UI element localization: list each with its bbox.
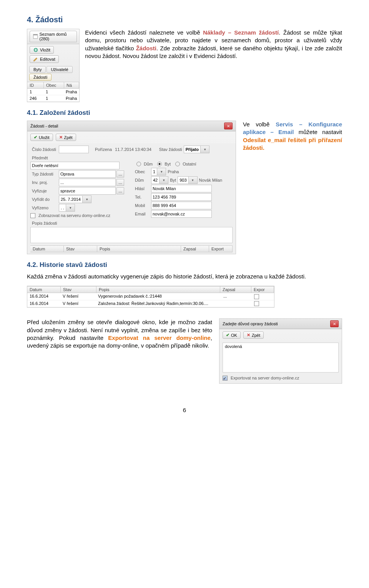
chevron-down-icon: ▾ <box>82 196 91 203</box>
dialog-title: Zadejte důvod opravy žádosti <box>223 321 278 326</box>
page-number: 6 <box>27 407 342 413</box>
export-checkbox[interactable]: ✓ <box>223 376 228 381</box>
paragraph-konfigurace: Ve volbě Servis – Konfigurace aplikace –… <box>243 121 342 152</box>
stav-dropdown[interactable]: Přijato▾ <box>184 146 209 153</box>
radio-byt[interactable] <box>157 162 162 166</box>
duvod-textarea[interactable]: dovolená <box>223 343 339 373</box>
email-input[interactable] <box>151 210 212 218</box>
vyrizuje-input[interactable] <box>59 187 116 195</box>
vlozit-button[interactable]: Vložit <box>30 46 54 54</box>
heading-zadosti: 4. Žádosti <box>27 15 342 24</box>
history-table: Datum Stav Popis Zapsal Expor 16.6.2014V… <box>27 286 274 308</box>
heading-zalozeni: 4.1. Založení žádosti <box>27 109 342 117</box>
table-row[interactable]: 11Praha <box>27 89 79 95</box>
vyridit-date[interactable]: 25. 7.2014▾ <box>59 195 91 203</box>
export-checkbox[interactable] <box>254 294 259 299</box>
radio-dum[interactable] <box>136 162 141 166</box>
paragraph-dialog: Před uložením změny se otevře dialogové … <box>27 318 212 349</box>
close-icon[interactable]: ✕ <box>330 320 339 327</box>
zobrazovat-checkbox[interactable] <box>30 213 35 218</box>
ulozit-button[interactable]: ✔Uložit <box>30 134 53 141</box>
zpet-button[interactable]: ✕Zpět <box>56 134 76 141</box>
tab-uzivatele[interactable]: Uživatelé <box>47 66 72 73</box>
tab-title: Seznam domů (280) <box>30 31 77 42</box>
window-title: Žádosti - detail <box>30 124 58 128</box>
radio-ostatni[interactable] <box>175 162 180 166</box>
close-icon[interactable]: ✕ <box>224 123 233 129</box>
tel-input[interactable] <box>151 193 212 201</box>
byt-dropdown[interactable]: 903▾ <box>178 176 197 184</box>
zpet-button[interactable]: ✕Zpět <box>243 331 264 339</box>
typ-input[interactable] <box>59 170 116 178</box>
tab-zadosti[interactable]: Žádosti <box>29 74 52 81</box>
lookup-icon[interactable]: … <box>116 187 124 194</box>
heading-historie: 4.2. Historie stavů žádosti <box>27 261 342 269</box>
col-na: Ná <box>64 82 79 88</box>
predmet-input[interactable] <box>30 162 120 169</box>
chevron-down-icon: ▾ <box>66 204 75 211</box>
cislo-input[interactable] <box>59 146 89 153</box>
mobil-input[interactable] <box>151 202 212 209</box>
panel-seznam-domu: Seznam domů (280) Vložit Editovat BytyUž… <box>27 29 80 102</box>
vyrizeno-date[interactable]: . .▾ <box>59 204 75 212</box>
window-zadosti-detail: Žádosti - detail✕ ✔Uložit ✕Zpět Číslo žá… <box>27 121 236 254</box>
obec-dropdown[interactable]: 1▾ <box>151 168 166 176</box>
ok-button[interactable]: ✔OK <box>223 331 241 339</box>
dialog-duvod: Zadejte důvod opravy žádosti✕ ✔OK ✕Zpět … <box>219 318 342 384</box>
table-row[interactable]: 16.6.2014V řešeníZaložena žádost: Řešite… <box>27 300 274 308</box>
popis-textarea[interactable] <box>30 227 233 243</box>
table-row[interactable]: 16.6.2014V řešeníVygenerován požadavek č… <box>27 293 274 300</box>
lookup-icon[interactable]: … <box>116 179 124 186</box>
paragraph-intro: Evidenci všech žádostí naleznete ve volb… <box>85 29 342 60</box>
paragraph-historie: Každá změna v žádosti automaticky vygene… <box>27 273 342 280</box>
tab-byty[interactable]: Byty <box>29 66 46 73</box>
col-obec: Obec <box>44 82 64 88</box>
inv-input[interactable] <box>59 179 116 186</box>
svg-rect-1 <box>33 35 38 35</box>
dum-dropdown[interactable]: 42▾ <box>151 176 168 184</box>
editovat-button[interactable]: Editovat <box>30 55 59 63</box>
table-row[interactable]: 2461Praha <box>27 95 79 102</box>
col-id: ID <box>27 82 44 88</box>
hlasi-input[interactable] <box>151 185 212 192</box>
lookup-icon[interactable]: … <box>116 171 124 177</box>
chevron-down-icon: ▾ <box>200 146 209 153</box>
export-checkbox[interactable] <box>254 301 259 306</box>
